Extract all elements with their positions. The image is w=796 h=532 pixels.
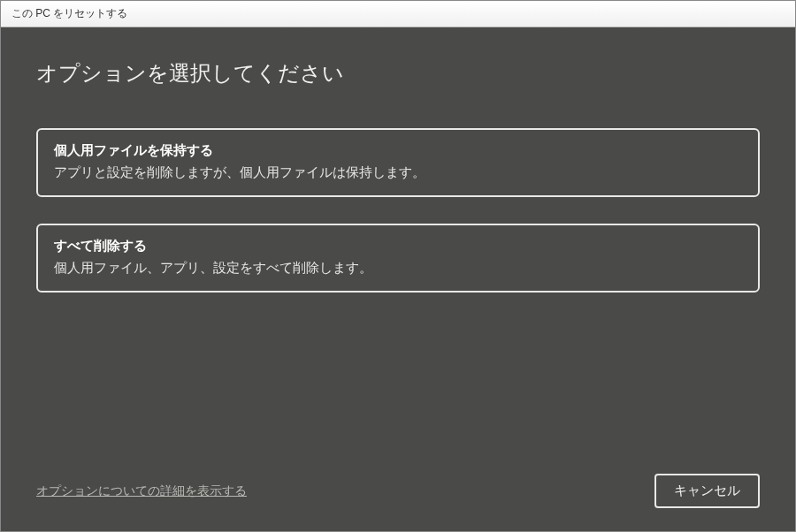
reset-pc-window: この PC をリセットする オプションを選択してください 個人用ファイルを保持す…	[0, 0, 796, 532]
page-heading: オプションを選択してください	[36, 59, 760, 87]
cancel-button[interactable]: キャンセル	[654, 474, 760, 508]
option-remove-everything-description: 個人用ファイル、アプリ、設定をすべて削除します。	[54, 260, 742, 277]
details-link[interactable]: オプションについての詳細を表示する	[36, 483, 247, 499]
content-area: オプションを選択してください 個人用ファイルを保持する アプリと設定を削除します…	[1, 27, 795, 531]
option-keep-files-description: アプリと設定を削除しますが、個人用ファイルは保持します。	[54, 164, 742, 181]
option-keep-files[interactable]: 個人用ファイルを保持する アプリと設定を削除しますが、個人用ファイルは保持します…	[36, 128, 760, 197]
titlebar: この PC をリセットする	[1, 1, 795, 27]
option-remove-everything-title: すべて削除する	[54, 238, 742, 255]
option-keep-files-title: 個人用ファイルを保持する	[54, 142, 742, 159]
window-title: この PC をリセットする	[11, 6, 127, 21]
option-remove-everything[interactable]: すべて削除する 個人用ファイル、アプリ、設定をすべて削除します。	[36, 224, 760, 293]
footer: オプションについての詳細を表示する キャンセル	[36, 474, 760, 508]
